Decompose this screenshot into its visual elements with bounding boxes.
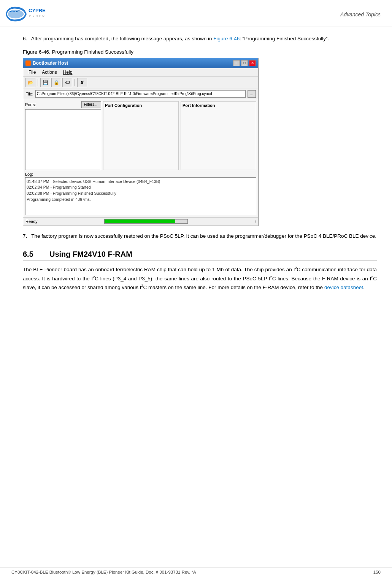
file-label: File: <box>25 92 33 96</box>
ports-header: Ports: Filters.... <box>25 101 101 108</box>
step-6-number: 6. <box>23 36 27 41</box>
top-panels-row: Ports: Filters.... Port Configuration Po… <box>25 101 256 170</box>
log-output-area: 01:48:37 PM - Selected device: USB Human… <box>25 177 256 215</box>
status-text: Ready <box>25 219 38 224</box>
log-label: Log: <box>25 172 256 177</box>
minimize-button[interactable]: − <box>233 60 240 66</box>
step-6-text: 6. After programming has completed, the … <box>23 35 377 43</box>
page-header-title: Advanced Topics <box>340 11 381 17</box>
toolbar-lock-btn[interactable]: 🔒 <box>51 78 61 87</box>
step-7-text: The factory program is now successfully … <box>31 233 376 239</box>
port-info-title: Port Information <box>183 103 254 108</box>
section-body-1: The BLE Pioneer board has an onboard fer… <box>23 267 295 272</box>
svg-text:P E R F O R M: P E R F O R M <box>29 14 46 17</box>
device-datasheet-link[interactable]: device datasheet <box>324 285 363 290</box>
section-title: Using FM24V10 F-RAM <box>49 250 132 259</box>
status-grip-icon: ⁝ <box>255 219 256 224</box>
section-body-7: . <box>363 285 365 290</box>
ports-label: Ports: <box>25 102 36 107</box>
progress-bar-fill <box>105 219 175 223</box>
log-line-1: 01:48:37 PM - Selected device: USB Human… <box>27 179 255 185</box>
toolbar-separator-2 <box>75 79 75 86</box>
footer-right: 150 <box>373 570 381 574</box>
progress-bar <box>104 219 188 224</box>
step-6: 6. After programming has completed, the … <box>23 35 377 43</box>
section-6-5-header: 6.5 Using FM24V10 F-RAM <box>23 250 377 261</box>
section-body-6: C masters on the same line. For more det… <box>143 285 324 290</box>
cypress-logo: CYPRESS P E R F O R M <box>4 4 46 25</box>
port-info-panel: Port Information <box>181 101 256 170</box>
ports-panel: Ports: Filters.... <box>25 101 101 170</box>
step-6-text-after: : “Programming Finished Successfully”. <box>240 36 329 41</box>
section-6-5-body: The BLE Pioneer board has an onboard fer… <box>23 265 377 292</box>
section-body-4: C lines. Because the F-RAM device is an … <box>272 275 371 281</box>
menu-help[interactable]: Help <box>60 69 76 76</box>
window-toolbar: 📂 💾 🔒 🏷 ✘ <box>23 77 258 89</box>
step-7: 7. The factory program is now successful… <box>23 232 377 240</box>
menu-actions[interactable]: Actions <box>39 69 60 76</box>
maximize-button[interactable]: □ <box>241 60 248 66</box>
step-7-number: 7. <box>23 233 27 239</box>
window-statusbar: Ready ⁝ <box>23 217 258 226</box>
toolbar-cancel-btn[interactable]: ✘ <box>77 78 87 87</box>
window-icon <box>25 60 31 66</box>
menu-file[interactable]: File <box>25 69 39 76</box>
window-titlebar: Bootloader Host − □ ✕ <box>23 58 258 68</box>
ports-list[interactable] <box>25 109 101 170</box>
log-line-3: 02:02:08 PM - Programming Finished Succe… <box>27 191 255 197</box>
browse-button[interactable]: ... <box>248 90 256 98</box>
log-line-2: 02:02:04 PM - Programming Started <box>27 184 255 191</box>
close-button[interactable]: ✕ <box>249 60 256 66</box>
window-menubar: File Actions Help <box>23 68 258 77</box>
window-title: Bootloader Host <box>25 60 68 66</box>
main-content: 6. After programming has completed, the … <box>0 27 392 304</box>
logo-svg: CYPRESS P E R F O R M <box>4 4 46 25</box>
svg-text:CYPRESS: CYPRESS <box>29 8 46 13</box>
figure-6-46-link[interactable]: Figure 6-46 <box>213 36 240 41</box>
toolbar-save-btn[interactable]: 💾 <box>40 78 50 87</box>
toolbar-open-btn[interactable]: 📂 <box>25 78 35 87</box>
section-number: 6.5 <box>23 250 42 259</box>
page-header: CYPRESS P E R F O R M Advanced Topics <box>0 0 392 27</box>
port-config-panel: Port Configuration <box>103 101 179 170</box>
log-section: Log: 01:48:37 PM - Selected device: USB … <box>25 172 256 215</box>
bootloader-host-window: Bootloader Host − □ ✕ File Actions Help … <box>23 58 259 226</box>
page-footer: CY8CKIT-042-BLE Bluetooth® Low Energy (B… <box>0 568 392 576</box>
figure-caption: Figure 6-46. Programming Finished Succes… <box>23 49 377 55</box>
window-controls[interactable]: − □ ✕ <box>233 60 256 66</box>
footer-left: CY8CKIT-042-BLE Bluetooth® Low Energy (B… <box>11 570 196 574</box>
logo-area: CYPRESS P E R F O R M <box>4 4 46 25</box>
filters-button[interactable]: Filters.... <box>81 101 101 108</box>
window-body: Ports: Filters.... Port Configuration Po… <box>23 99 258 217</box>
toolbar-tag-btn[interactable]: 🏷 <box>62 78 72 87</box>
log-line-4: Programming completed in 4367ms. <box>27 197 255 203</box>
step-6-text-before: After programming has completed, the fol… <box>31 36 214 41</box>
file-path-row: File: ... <box>23 89 258 99</box>
file-path-input[interactable] <box>35 90 246 98</box>
port-config-title: Port Configuration <box>105 103 177 108</box>
section-body-3: C lines (P3_4 and P3_5); the same lines … <box>95 275 270 281</box>
toolbar-separator-1 <box>38 79 38 86</box>
